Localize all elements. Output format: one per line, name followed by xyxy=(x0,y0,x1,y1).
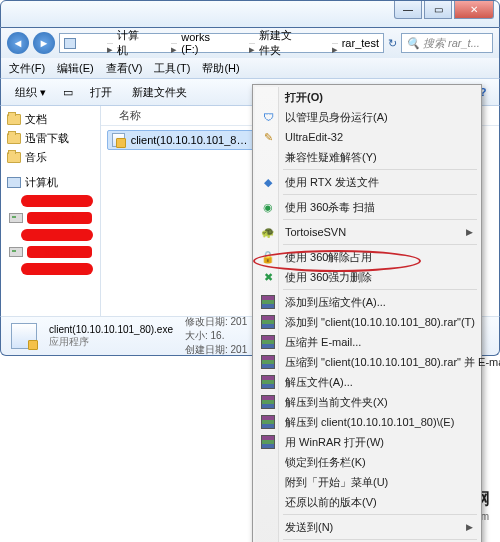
mi-pin-start[interactable]: 附到「开始」菜单(U) xyxy=(255,472,479,492)
back-button[interactable]: ◄ xyxy=(7,32,29,54)
rar-icon xyxy=(260,314,276,330)
rar-icon xyxy=(260,434,276,450)
mi-add-to-rar[interactable]: 添加到 "client(10.10.10.101_80).rar"(T) xyxy=(255,312,479,332)
file-thumbnail xyxy=(9,321,39,351)
tree-item-computer[interactable]: 计算机 xyxy=(7,173,94,192)
breadcrumb-seg[interactable]: rar_test xyxy=(342,37,379,49)
mi-360-unlock[interactable]: 🔓使用 360解除占用 xyxy=(255,247,479,267)
rar-icon xyxy=(260,334,276,350)
exe-icon xyxy=(112,133,125,147)
breadcrumb-seg[interactable]: 计算机 xyxy=(117,28,140,58)
rar-icon xyxy=(260,354,276,370)
menubar: 文件(F) 编辑(E) 查看(V) 工具(T) 帮助(H) xyxy=(0,58,500,78)
redacted-drive xyxy=(21,195,93,207)
mi-compat[interactable]: 兼容性疑难解答(Y) xyxy=(255,147,479,167)
titlebar: — ▭ ✕ xyxy=(0,0,500,28)
scan-icon: ◉ xyxy=(260,199,276,215)
redacted-drive xyxy=(21,263,93,275)
mi-extract-here[interactable]: 解压到当前文件夹(X) xyxy=(255,392,479,412)
search-input[interactable]: 🔍 搜索 rar_t... xyxy=(401,33,493,53)
context-menu: 打开(O) 🛡以管理员身份运行(A) ✎UltraEdit-32 兼容性疑难解答… xyxy=(252,84,482,542)
new-folder-button[interactable]: 新建文件夹 xyxy=(126,83,193,102)
mi-tortoisesvn[interactable]: 🐢TortoiseSVN▶ xyxy=(255,222,479,242)
mi-add-to-archive[interactable]: 添加到压缩文件(A)... xyxy=(255,292,479,312)
mi-extract[interactable]: 解压文件(A)... xyxy=(255,372,479,392)
tree-item-music[interactable]: 音乐 xyxy=(7,148,94,167)
close-button[interactable]: ✕ xyxy=(454,1,494,19)
rar-icon xyxy=(260,414,276,430)
redacted-drive xyxy=(21,229,93,241)
rar-icon xyxy=(260,394,276,410)
forward-button[interactable]: ► xyxy=(33,32,55,54)
ultraedit-icon: ✎ xyxy=(260,129,276,145)
submenu-arrow-icon: ▶ xyxy=(466,522,473,532)
address-bar[interactable]: ▸计算机 ▸works (F:) ▸新建文件夹 ▸rar_test xyxy=(59,33,384,53)
file-name: client(10.10.10.101_80).exe xyxy=(131,134,252,146)
details-filename: client(10.10.10.101_80).exe xyxy=(49,324,173,335)
mi-run-as-admin[interactable]: 🛡以管理员身份运行(A) xyxy=(255,107,479,127)
menu-tools[interactable]: 工具(T) xyxy=(154,61,190,76)
folder-icon xyxy=(7,152,21,163)
mi-360-forcedel[interactable]: ✖使用 360强力删除 xyxy=(255,267,479,287)
computer-icon xyxy=(7,177,21,188)
tree-item-documents[interactable]: 文档 xyxy=(7,110,94,129)
mi-restore-prev[interactable]: 还原以前的版本(V) xyxy=(255,492,479,512)
mi-compress-email[interactable]: 压缩并 E-mail... xyxy=(255,332,479,352)
file-row-selected[interactable]: client(10.10.10.101_80).exe xyxy=(107,130,257,150)
force-delete-icon: ✖ xyxy=(260,269,276,285)
submenu-arrow-icon: ▶ xyxy=(466,227,473,237)
breadcrumb-seg[interactable]: 新建文件夹 xyxy=(259,28,301,58)
minimize-button[interactable]: — xyxy=(394,1,422,19)
nav-row: ◄ ► ▸计算机 ▸works (F:) ▸新建文件夹 ▸rar_test ↻ … xyxy=(0,28,500,58)
menu-help[interactable]: 帮助(H) xyxy=(202,61,239,76)
computer-icon xyxy=(64,38,76,49)
drive-icon xyxy=(9,247,23,257)
folder-icon xyxy=(7,114,21,125)
mi-extract-to[interactable]: 解压到 client(10.10.10.101_80)\(E) xyxy=(255,412,479,432)
rtx-icon: ◆ xyxy=(260,174,276,190)
mi-send-to[interactable]: 发送到(N)▶ xyxy=(255,517,479,537)
mi-pin-taskbar[interactable]: 锁定到任务栏(K) xyxy=(255,452,479,472)
tree-item-drive[interactable]: xx(E:) xyxy=(9,244,94,260)
menu-view[interactable]: 查看(V) xyxy=(106,61,143,76)
menu-file[interactable]: 文件(F) xyxy=(9,61,45,76)
nav-tree[interactable]: 文档 迅雷下载 音乐 计算机 xx(C:) xx(E:) xyxy=(1,106,101,316)
mi-open-winrar[interactable]: 用 WinRAR 打开(W) xyxy=(255,432,479,452)
rar-icon xyxy=(260,374,276,390)
open-icon: ▭ xyxy=(60,84,76,100)
search-icon: 🔍 xyxy=(406,37,420,50)
menu-edit[interactable]: 编辑(E) xyxy=(57,61,94,76)
refresh-icon[interactable]: ↻ xyxy=(388,37,397,50)
breadcrumb-seg[interactable]: works (F:) xyxy=(181,31,218,55)
details-filetype: 应用程序 xyxy=(49,335,173,349)
open-button[interactable]: 打开 xyxy=(84,83,118,102)
folder-icon xyxy=(7,133,21,144)
tortoisesvn-icon: 🐢 xyxy=(260,224,276,240)
search-placeholder: 搜索 rar_t... xyxy=(423,36,480,51)
mi-ultraedit[interactable]: ✎UltraEdit-32 xyxy=(255,127,479,147)
mi-open[interactable]: 打开(O) xyxy=(255,87,479,107)
maximize-button[interactable]: ▭ xyxy=(424,1,452,19)
unlock-icon: 🔓 xyxy=(260,249,276,265)
mi-360-scan[interactable]: ◉使用 360杀毒 扫描 xyxy=(255,197,479,217)
shield-icon: 🛡 xyxy=(260,109,276,125)
tree-item-drive[interactable]: xx(C:) xyxy=(9,210,94,226)
drive-icon xyxy=(9,213,23,223)
mi-rtx-send[interactable]: ◆使用 RTX 发送文件 xyxy=(255,172,479,192)
rar-icon xyxy=(260,294,276,310)
tree-item-thunder[interactable]: 迅雷下载 xyxy=(7,129,94,148)
mi-compress-rar-email[interactable]: 压缩到 "client(10.10.10.101_80).rar" 并 E-ma… xyxy=(255,352,479,372)
organize-button[interactable]: 组织 ▾ xyxy=(9,83,52,102)
